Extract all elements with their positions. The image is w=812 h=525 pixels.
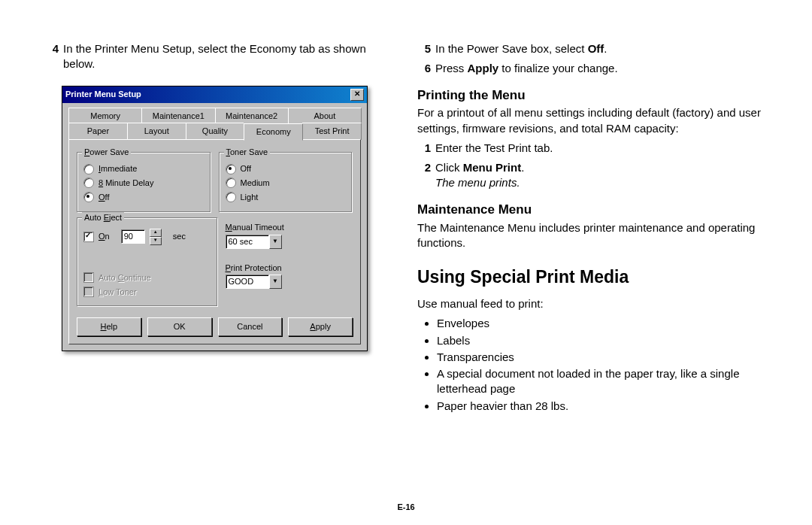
heading-special-media: Using Special Print Media <box>417 266 767 289</box>
auto-eject-spinner[interactable]: ▲▼ <box>150 229 162 245</box>
cancel-button[interactable]: Cancel <box>218 317 283 336</box>
radio-toner-light[interactable]: Light <box>226 192 347 203</box>
heading-printing-menu: Printing the Menu <box>417 87 767 105</box>
auto-continue-checkbox[interactable] <box>83 272 94 283</box>
right-fields: Manual Timeout 60 sec▼ Print Protection … <box>226 213 353 308</box>
print-step-2: 2 Click Menu Print. The menu prints. <box>417 160 767 191</box>
step-text: In the Printer Menu Setup, select the Ec… <box>63 41 395 72</box>
printer-menu-setup-dialog: Printer Menu Setup ✕ Memory Maintenance1… <box>62 86 368 352</box>
low-toner-checkbox[interactable] <box>83 287 94 297</box>
tab-economy[interactable]: Economy <box>244 123 303 141</box>
special-intro: Use manual feed to print: <box>417 296 767 311</box>
close-icon[interactable]: ✕ <box>350 89 364 101</box>
list-item: A special document not loaded in the pap… <box>437 366 767 397</box>
printing-intro: For a printout of all menu settings incl… <box>417 105 767 136</box>
list-item: Envelopes <box>437 316 767 331</box>
toner-save-group: Toner Save Off Medium Light <box>219 152 353 213</box>
tab-layout[interactable]: Layout <box>127 123 186 140</box>
step-4: 4 In the Printer Menu Setup, select the … <box>45 41 395 72</box>
tab-paper[interactable]: Paper <box>68 123 128 140</box>
auto-eject-on-checkbox[interactable] <box>83 232 94 242</box>
power-save-group: Power Save Immediate 8 Minute Delay Off <box>77 152 211 213</box>
list-item: Transparencies <box>437 350 767 365</box>
chevron-down-icon[interactable]: ▼ <box>269 275 282 289</box>
chevron-down-icon[interactable]: ▼ <box>269 235 282 249</box>
dialog-title: Printer Menu Setup <box>65 89 141 100</box>
step-6: 6 Press Apply to finalize your change. <box>417 61 767 76</box>
media-list: Envelopes Labels Transparencies A specia… <box>437 316 767 414</box>
tabs-row-2: Paper Layout Quality Economy Test Print <box>68 123 361 140</box>
list-item: Labels <box>437 333 767 348</box>
print-step-1: 1 Enter the Test Print tab. <box>417 141 767 156</box>
tab-quality[interactable]: Quality <box>186 123 245 140</box>
radio-immediate[interactable]: Immediate <box>83 163 205 174</box>
tab-about[interactable]: About <box>288 108 362 124</box>
auto-eject-value[interactable]: 90 <box>121 229 145 244</box>
step-num: 4 <box>45 41 59 72</box>
radio-toner-medium[interactable]: Medium <box>226 178 347 189</box>
maintenance-text: The Maintenance Menu includes printer ma… <box>417 220 767 251</box>
radio-off[interactable]: Off <box>83 192 205 203</box>
tab-memory[interactable]: Memory <box>68 108 142 124</box>
heading-maintenance: Maintenance Menu <box>417 202 767 219</box>
apply-button[interactable]: Apply <box>288 317 353 336</box>
step-5: 5 In the Power Save box, select Off. <box>417 41 767 56</box>
tab-test-print[interactable]: Test Print <box>302 123 362 140</box>
help-button[interactable]: Help <box>77 317 141 336</box>
radio-toner-off[interactable]: Off <box>226 163 347 174</box>
ok-button[interactable]: OK <box>147 317 212 336</box>
radio-8min[interactable]: 8 Minute Delay <box>83 178 205 189</box>
page-number: E-16 <box>0 502 812 511</box>
tab-maintenance1[interactable]: Maintenance1 <box>141 108 215 124</box>
auto-eject-group: Auto Eject On 90 ▲▼ sec Auto Continue <box>77 217 218 308</box>
print-protection-combo[interactable]: GOOD▼ <box>226 275 282 289</box>
tabs-row-1: Memory Maintenance1 Maintenance2 About <box>68 108 361 124</box>
titlebar: Printer Menu Setup ✕ <box>62 86 367 103</box>
result-text: The menu prints. <box>435 176 520 189</box>
tab-maintenance2[interactable]: Maintenance2 <box>215 108 289 124</box>
manual-timeout-combo[interactable]: 60 sec▼ <box>226 235 282 249</box>
list-item: Paper heavier than 28 lbs. <box>437 399 767 414</box>
